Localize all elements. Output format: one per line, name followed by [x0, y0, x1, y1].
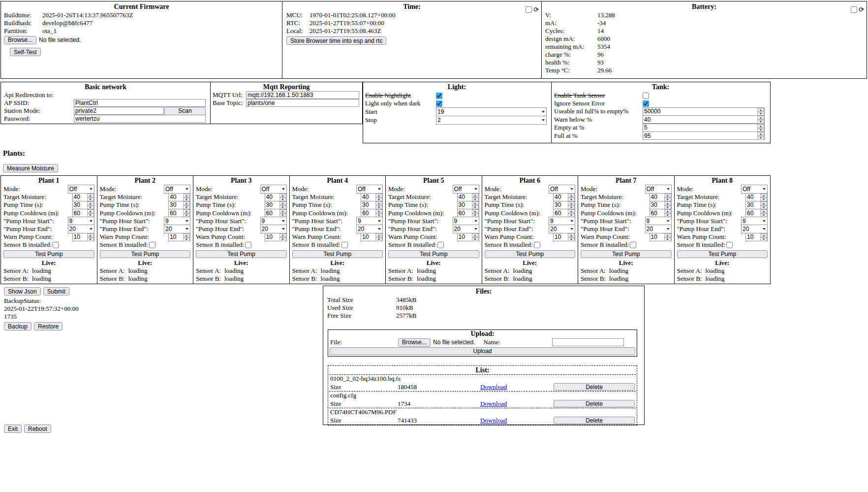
target-moisture-value[interactable]	[458, 194, 472, 201]
warn-pump-count-value[interactable]	[361, 233, 375, 241]
download-link[interactable]: Download	[480, 400, 507, 408]
mode-select[interactable]: Off	[453, 185, 479, 194]
target-moisture-value[interactable]	[73, 194, 87, 201]
refresh-icon[interactable]: ⟳	[533, 6, 539, 13]
pump-cooldown-value[interactable]	[458, 209, 472, 217]
target-moisture-value[interactable]	[361, 194, 375, 201]
spinner-icon[interactable]: ▲▼	[664, 201, 671, 209]
pump-hour-end-select[interactable]: 20	[549, 225, 575, 233]
spinner-icon[interactable]: ▲▼	[472, 194, 479, 201]
station-mode-input[interactable]	[74, 107, 164, 115]
target-moisture-value[interactable]	[265, 194, 279, 201]
sensor-b-installed-checkbox[interactable]	[726, 242, 733, 248]
test-pump-button[interactable]: Test Pump	[388, 250, 479, 258]
password-input[interactable]	[74, 115, 206, 123]
tank-setting-value[interactable]	[643, 132, 757, 139]
mode-select[interactable]: Off	[356, 185, 383, 194]
test-pump-button[interactable]: Test Pump	[196, 250, 287, 258]
delete-button[interactable]: Delete	[554, 383, 635, 391]
upload-name-input[interactable]	[552, 338, 624, 346]
pump-time-value[interactable]	[169, 201, 183, 209]
sensor-b-installed-checkbox[interactable]	[149, 242, 155, 248]
base-topic-input[interactable]	[246, 99, 359, 107]
enable-tank-sensor-checkbox[interactable]	[643, 93, 649, 99]
test-pump-button[interactable]: Test Pump	[292, 250, 383, 258]
spinner-icon[interactable]: ▲▼	[87, 194, 94, 201]
spinner-icon[interactable]: ▲▼	[757, 132, 764, 139]
spinner-icon[interactable]: ▲▼	[760, 201, 767, 209]
pump-cooldown-value[interactable]	[650, 209, 664, 217]
pump-time-value[interactable]	[73, 201, 87, 209]
spinner-icon[interactable]: ▲▼	[279, 233, 286, 241]
spinner-icon[interactable]: ▲▼	[664, 209, 671, 217]
pump-hour-end-select[interactable]: 20	[68, 225, 94, 233]
target-moisture-value[interactable]	[650, 194, 664, 201]
battery-auto-refresh-checkbox[interactable]	[851, 6, 857, 13]
measure-moisture-button[interactable]: Measure Moisture	[3, 164, 58, 172]
pump-hour-end-select[interactable]: 20	[645, 225, 672, 233]
pump-time-value[interactable]	[650, 201, 664, 209]
sensor-b-installed-checkbox[interactable]	[245, 242, 251, 248]
warn-pump-count-value[interactable]	[458, 233, 472, 241]
pump-cooldown-value[interactable]	[169, 209, 183, 217]
mode-select[interactable]: Off	[164, 185, 190, 194]
scan-button[interactable]: Scan	[164, 107, 206, 115]
submit-button[interactable]: Submit	[43, 287, 69, 295]
spinner-icon[interactable]: ▲▼	[472, 209, 479, 217]
delete-button[interactable]: Delete	[554, 400, 635, 407]
pump-time-value[interactable]	[554, 201, 568, 209]
sensor-b-installed-checkbox[interactable]	[341, 242, 348, 248]
warn-pump-count-value[interactable]	[169, 233, 183, 241]
sensor-b-installed-checkbox[interactable]	[534, 242, 540, 248]
pump-time-value[interactable]	[458, 201, 472, 209]
download-link[interactable]: Download	[480, 417, 507, 425]
mode-select[interactable]: Off	[549, 185, 575, 194]
target-moisture-value[interactable]	[554, 194, 568, 201]
spinner-icon[interactable]: ▲▼	[760, 209, 767, 217]
tank-setting-value[interactable]	[643, 108, 757, 115]
pump-hour-end-select[interactable]: 20	[164, 225, 190, 233]
pump-cooldown-value[interactable]	[554, 209, 568, 217]
target-moisture-value[interactable]	[746, 194, 760, 201]
show-json-button[interactable]: Show Json	[4, 287, 41, 295]
test-pump-button[interactable]: Test Pump	[485, 250, 576, 258]
spinner-icon[interactable]: ▲▼	[664, 194, 671, 201]
spinner-icon[interactable]: ▲▼	[279, 194, 286, 201]
light-start-select[interactable]: 19	[436, 107, 547, 116]
spinner-icon[interactable]: ▲▼	[375, 233, 382, 241]
warn-pump-count-value[interactable]	[554, 233, 568, 241]
sensor-b-installed-checkbox[interactable]	[53, 242, 59, 248]
mode-select[interactable]: Off	[741, 185, 768, 194]
store-browser-time-button[interactable]: Store Browser time into esp and rtc	[286, 36, 386, 45]
spinner-icon[interactable]: ▲▼	[279, 209, 286, 217]
firmware-browse-button[interactable]: Browse...	[4, 36, 36, 44]
spinner-icon[interactable]: ▲▼	[183, 201, 190, 209]
pump-cooldown-value[interactable]	[73, 209, 87, 217]
upload-button[interactable]: Upload	[330, 347, 635, 355]
selftest-button[interactable]: Self-Test	[10, 48, 41, 56]
spinner-icon[interactable]: ▲▼	[757, 116, 764, 123]
ap-ssid-input[interactable]	[74, 99, 206, 107]
tank-setting-value[interactable]	[643, 124, 757, 131]
light-only-dark-checkbox[interactable]	[436, 100, 442, 107]
spinner-icon[interactable]: ▲▼	[568, 233, 575, 241]
pump-time-value[interactable]	[265, 201, 279, 209]
refresh-icon[interactable]: ⟳	[859, 6, 864, 13]
download-link[interactable]: Download	[480, 383, 507, 391]
spinner-icon[interactable]: ▲▼	[183, 194, 190, 201]
spinner-icon[interactable]: ▲▼	[472, 233, 479, 241]
sensor-b-installed-checkbox[interactable]	[437, 242, 444, 248]
spinner-icon[interactable]: ▲▼	[183, 233, 190, 241]
spinner-icon[interactable]: ▲▼	[87, 209, 94, 217]
mqtt-url-input[interactable]	[246, 91, 359, 99]
spinner-icon[interactable]: ▲▼	[757, 108, 764, 115]
spinner-icon[interactable]: ▲▼	[568, 201, 575, 209]
mode-select[interactable]: Off	[260, 185, 287, 194]
spinner-icon[interactable]: ▲▼	[760, 233, 767, 241]
test-pump-button[interactable]: Test Pump	[100, 250, 191, 258]
spinner-icon[interactable]: ▲▼	[183, 209, 190, 217]
pump-cooldown-value[interactable]	[746, 209, 760, 217]
pump-time-value[interactable]	[361, 201, 375, 209]
test-pump-button[interactable]: Test Pump	[3, 250, 94, 258]
warn-pump-count-value[interactable]	[746, 233, 760, 241]
